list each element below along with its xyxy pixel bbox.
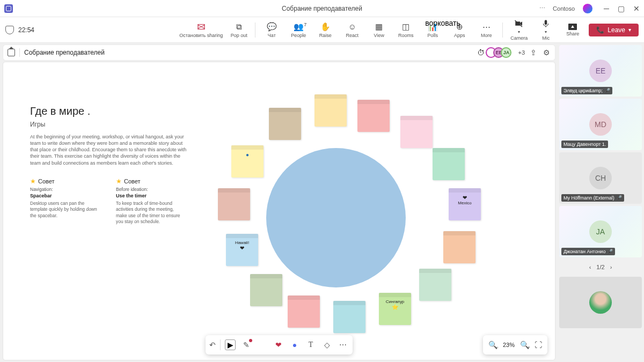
sticky-note[interactable] [218, 188, 250, 220]
view-button[interactable]: ▦ View [368, 22, 390, 38]
sticky-note[interactable] [419, 269, 451, 301]
chat-label: Чат [268, 33, 276, 38]
globe-circle[interactable] [266, 148, 406, 287]
sticky-note[interactable] [269, 108, 301, 140]
participant-tile[interactable]: MD Мацу Давенпорт 1. [559, 99, 642, 150]
sticky-note[interactable] [400, 116, 433, 148]
page-indicator: 1/2 [596, 264, 604, 270]
close-icon[interactable]: ✕ [633, 5, 640, 12]
participant-name: Элвуд цкри&amp; [564, 88, 603, 93]
view-label: View [374, 33, 384, 38]
sticky-note[interactable] [250, 274, 282, 306]
sticky-note-tool[interactable] [257, 339, 268, 350]
select-tool[interactable]: ▶ [225, 339, 236, 350]
tip-title: Совет [38, 178, 55, 184]
sticky-note[interactable] [433, 148, 465, 180]
tip-bold: Use the timer [116, 193, 186, 198]
muted-mic-icon: 🎤 [604, 88, 610, 93]
share-label: Share [566, 31, 579, 36]
reaction-tool[interactable]: ❤ [273, 339, 284, 350]
participant-tile[interactable]: CH My Höffmann (External)🎤 [559, 152, 642, 204]
sticky-note[interactable]: ● [231, 145, 264, 178]
polls-button[interactable]: 📊 Polls ворковать [422, 22, 443, 38]
tip-body: To keep track of time-bound activities d… [116, 201, 186, 225]
avatar: CH [589, 167, 612, 189]
shield-icon[interactable] [5, 26, 14, 34]
teams-app-icon [4, 4, 13, 13]
text-tool[interactable]: T [305, 339, 316, 350]
maximize-icon[interactable]: ▢ [618, 5, 625, 12]
leave-button[interactable]: 📞 Leave ▾ [589, 24, 639, 36]
share-link-icon[interactable]: ⇪ [529, 48, 538, 57]
undo-button[interactable]: ↶ [210, 339, 221, 350]
sticky-note[interactable] [443, 231, 475, 263]
participant-tile[interactable]: JA Джонатан Антонио🎤 [559, 206, 642, 257]
sticky-note[interactable]: ❤Mexico [449, 188, 481, 220]
minimize-icon[interactable]: ─ [604, 5, 609, 12]
sticky-note[interactable] [357, 100, 390, 132]
self-video-tile[interactable] [559, 277, 642, 328]
leave-label: Leave [608, 26, 625, 34]
stop-sharing-label: Остановить sharing [179, 33, 223, 38]
popout-button[interactable]: ⧉ Pop out [228, 22, 250, 38]
svg-rect-1 [545, 20, 547, 25]
timer-icon[interactable]: ⏱ [477, 48, 485, 57]
muted-mic-icon: 🎤 [607, 249, 613, 254]
org-label: Contoso [553, 5, 575, 12]
avatar: EE [589, 60, 612, 82]
more-button[interactable]: ⋯ More [475, 22, 497, 38]
overlay-text: ворковать [425, 19, 460, 27]
tip-body: Desktop users can pan the template quick… [30, 201, 100, 219]
extra-count[interactable]: +3 [518, 49, 525, 56]
raise-hand-button[interactable]: ✋ Raise [314, 22, 336, 38]
avatar-3: JA [501, 47, 511, 58]
participant-name: Джонатан Антонио [564, 249, 605, 254]
people-icon: 👥7 [294, 22, 303, 32]
people-count: 7 [304, 22, 306, 27]
whiteboard-subheading: Игры [30, 121, 191, 128]
camera-button[interactable]: ▾ Camera [508, 19, 530, 41]
page-next-button[interactable]: › [610, 264, 612, 270]
sticky-note[interactable] [314, 94, 347, 127]
whiteboard-canvas[interactable]: Где в мире . Игры At the beginning of yo… [3, 62, 555, 360]
stage-title: Собрание преподавателей [24, 49, 105, 56]
zoom-out-button[interactable]: 🔍− [488, 341, 497, 349]
people-label: People [291, 33, 306, 38]
more-dots-icon[interactable]: ⋯ [539, 5, 545, 12]
home-icon[interactable] [8, 49, 15, 56]
share-button[interactable]: Share [562, 24, 583, 36]
sticky-note[interactable]: Hawaii!❤ [226, 234, 258, 266]
fit-screen-button[interactable]: ⛶ [535, 341, 542, 349]
user-avatar[interactable] [582, 3, 593, 14]
participant-name: Мацу Давенпорт 1. [564, 142, 606, 147]
people-button[interactable]: 👥7 People [288, 22, 309, 38]
sticky-note[interactable] [288, 295, 320, 328]
apps-label: Apps [454, 33, 465, 38]
shapes-tool[interactable]: ◇ [321, 339, 332, 350]
avatar: MD [589, 113, 612, 136]
participant-avatar-stack[interactable]: EE JA [489, 47, 511, 58]
stop-sharing-button[interactable]: Остановить sharing [179, 22, 223, 38]
mic-button[interactable]: ▾ Mic [535, 19, 557, 41]
note-text: Mexico [458, 201, 471, 205]
rooms-button[interactable]: ◫ Rooms [395, 22, 416, 38]
tip-title: Совет [124, 178, 141, 184]
zoom-in-button[interactable]: 🔍+ [520, 341, 529, 349]
raise-hand-icon: ✋ [320, 22, 330, 32]
settings-gear-icon[interactable]: ⚙ [542, 48, 551, 57]
tip-block-1: ★Совет Navigation: Spacebar Desktop user… [30, 178, 100, 225]
sticky-note[interactable] [333, 301, 365, 333]
chat-icon: 💬 [267, 22, 276, 32]
stop-sharing-icon [196, 22, 206, 32]
pen-tool[interactable]: ✎ [241, 339, 252, 350]
participant-tile[interactable]: EE Элвуд цкри&amp;🎤 [559, 45, 642, 97]
react-label: React [346, 33, 359, 38]
more-tools[interactable]: ⋯ [338, 339, 348, 350]
comment-tool[interactable]: ● [289, 339, 300, 350]
page-prev-button[interactable]: ‹ [589, 264, 591, 270]
whiteboard-title-block: Где в мире . Игры At the beginning of yo… [30, 105, 191, 166]
tip-block-2: ★Совет Before ideation: Use the timer To… [116, 178, 186, 225]
chat-button[interactable]: 💬 Чат [261, 22, 282, 38]
react-button[interactable]: ☺ React [341, 22, 363, 38]
sticky-note[interactable]: Сингапур⭐ [379, 293, 411, 325]
